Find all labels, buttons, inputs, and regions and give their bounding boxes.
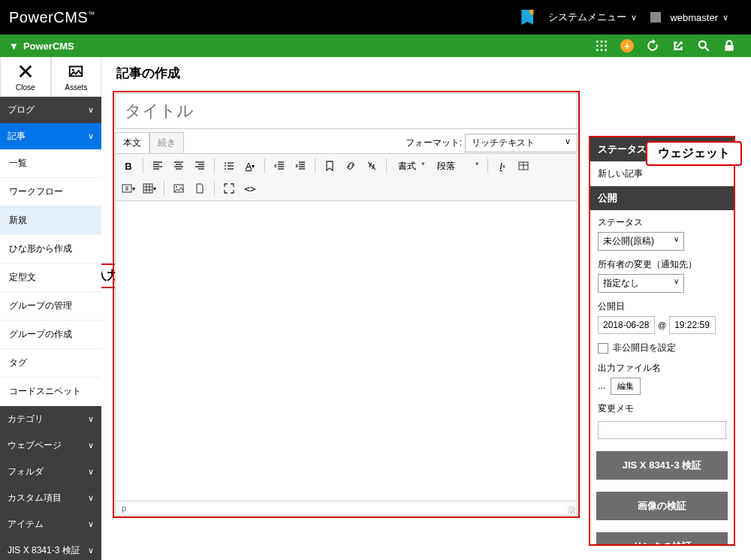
main-content: 記事の作成 ウェジェット 入力欄 本文 続き フォーマット: リッチテキスト B	[101, 57, 751, 560]
add-icon[interactable]: +	[620, 39, 634, 53]
clear-format-icon[interactable]: Ix	[493, 156, 512, 176]
publish-time-input[interactable]	[669, 316, 716, 334]
tab-more[interactable]: 続き	[149, 132, 184, 153]
bold-icon[interactable]: B	[119, 156, 138, 176]
lock-icon[interactable]	[722, 39, 736, 53]
svg-point-20	[176, 186, 177, 188]
search-icon[interactable]	[697, 39, 710, 53]
svg-point-0	[596, 41, 599, 43]
bullet-list-icon[interactable]	[219, 156, 239, 176]
editor-toolbar: B A▾	[115, 153, 578, 201]
svg-point-7	[601, 49, 603, 51]
assets-button[interactable]: Assets	[51, 57, 102, 97]
chevron-down-icon: ∨	[631, 13, 637, 23]
unpublish-label: 非公開日を設定	[613, 342, 676, 354]
nav-group[interactable]: JIS X 8341-3 検証∨	[0, 537, 101, 560]
nav-item[interactable]: グループの管理	[0, 292, 101, 321]
align-left-icon[interactable]	[148, 156, 167, 176]
svg-point-9	[699, 41, 706, 48]
unlink-icon[interactable]	[362, 156, 382, 176]
nav-group[interactable]: ブログ∨	[0, 97, 101, 123]
logo: PowerCMS™	[9, 9, 95, 26]
at-symbol: @	[658, 321, 666, 330]
site-selector[interactable]: ▼ PowerCMS	[9, 41, 74, 52]
svg-rect-18	[143, 184, 152, 193]
text-color-icon[interactable]: A▾	[240, 156, 260, 176]
publish-date-input[interactable]	[598, 316, 655, 334]
widget-panel: ステータス 新しい記事 公開 ステータス 未公開(原稿) 所有者の変更（通知先）…	[589, 136, 735, 546]
nav-group[interactable]: フォルダ∨	[0, 459, 101, 485]
owner-label: 所有者の変更（通知先）	[598, 258, 726, 271]
align-center-icon[interactable]	[169, 156, 189, 176]
svg-point-8	[605, 49, 607, 51]
format-label: フォーマット:	[406, 137, 462, 149]
source-icon[interactable]: <>	[240, 179, 260, 198]
image-icon[interactable]	[169, 179, 189, 198]
paragraph-dropdown[interactable]: 段落	[430, 157, 483, 176]
nav-group[interactable]: 記事∨	[0, 123, 101, 149]
callout-widget: ウェジェット	[646, 141, 742, 166]
nav-item[interactable]: グループの作成	[0, 321, 101, 349]
format-select[interactable]: リッチテキスト	[465, 134, 578, 152]
nav-item[interactable]: 新規	[0, 206, 101, 235]
nav-group[interactable]: カテゴリ∨	[0, 406, 101, 432]
date-label: 公開日	[598, 300, 726, 313]
sidebar: Close Assets ブログ∨記事∨一覧ワークフロー新規ひな形から作成定型文…	[0, 57, 101, 560]
file-icon[interactable]	[190, 179, 210, 198]
memo-input[interactable]	[598, 421, 726, 439]
filename-edit-button[interactable]: 編集	[611, 378, 641, 395]
fullscreen-icon[interactable]	[219, 179, 239, 198]
jis-validate-button[interactable]: JIS X 8341-3 検証	[596, 451, 728, 480]
link-icon[interactable]	[341, 156, 360, 176]
status-select[interactable]: 未公開(原稿)	[598, 232, 684, 251]
link-validate-button[interactable]: リンクの検証	[596, 532, 728, 546]
page-title: 記事の作成	[113, 65, 740, 82]
align-right-icon[interactable]	[190, 156, 210, 176]
system-menu[interactable]: システムメニュー ∨	[548, 11, 637, 24]
close-icon	[17, 63, 34, 80]
nav-item[interactable]: コードスニペット	[0, 378, 101, 406]
svg-point-3	[596, 45, 599, 47]
editor-body[interactable]	[115, 201, 578, 501]
user-menu[interactable]: webmaster ∨	[650, 12, 728, 23]
image-icon	[68, 63, 84, 80]
widget-publish-header: 公開	[590, 186, 734, 210]
topbar: PowerCMS™ システムメニュー ∨ webmaster ∨	[0, 0, 751, 35]
close-button[interactable]: Close	[0, 57, 51, 97]
svg-point-13	[225, 162, 226, 164]
unpublish-checkbox[interactable]	[598, 343, 608, 354]
nav-item[interactable]: タグ	[0, 349, 101, 378]
dashboard-icon[interactable]	[595, 39, 608, 53]
nav-group[interactable]: ウェブページ∨	[0, 432, 101, 459]
svg-point-14	[225, 165, 226, 167]
memo-label: 変更メモ	[598, 402, 726, 415]
chevron-down-icon: ∨	[722, 13, 728, 23]
filename-placeholder: ...	[598, 381, 605, 391]
owner-select[interactable]: 指定なし	[598, 274, 684, 293]
svg-rect-10	[725, 45, 733, 51]
refresh-icon[interactable]	[646, 39, 659, 53]
nav-group[interactable]: カスタム項目∨	[0, 485, 101, 511]
indent-icon[interactable]	[291, 156, 310, 176]
bookmark-icon[interactable]	[320, 156, 339, 176]
word-icon[interactable]: ▾	[119, 179, 138, 198]
style-dropdown[interactable]: 書式	[391, 157, 429, 176]
share-icon[interactable]	[671, 39, 685, 53]
nav-item[interactable]: ひな形から作成	[0, 235, 101, 263]
image-validate-button[interactable]: 画像の検証	[596, 492, 728, 520]
bookmark-icon[interactable]	[521, 10, 533, 25]
title-input[interactable]	[115, 93, 578, 129]
outdent-icon[interactable]	[270, 156, 289, 176]
triangle-down-icon: ▼	[9, 41, 19, 52]
user-label: webmaster	[670, 12, 718, 23]
nav-item[interactable]: 定型文	[0, 263, 101, 292]
insert-table-icon[interactable]	[514, 156, 533, 176]
nav-item[interactable]: ワークフロー	[0, 178, 101, 206]
nav-item[interactable]: 一覧	[0, 149, 101, 178]
nav-group[interactable]: アイテム∨	[0, 511, 101, 537]
table-grid-icon[interactable]: ▾	[140, 179, 159, 198]
system-menu-label: システムメニュー	[548, 11, 626, 24]
tab-body[interactable]: 本文	[115, 132, 149, 153]
site-name: PowerCMS	[23, 41, 74, 52]
avatar	[650, 12, 661, 23]
